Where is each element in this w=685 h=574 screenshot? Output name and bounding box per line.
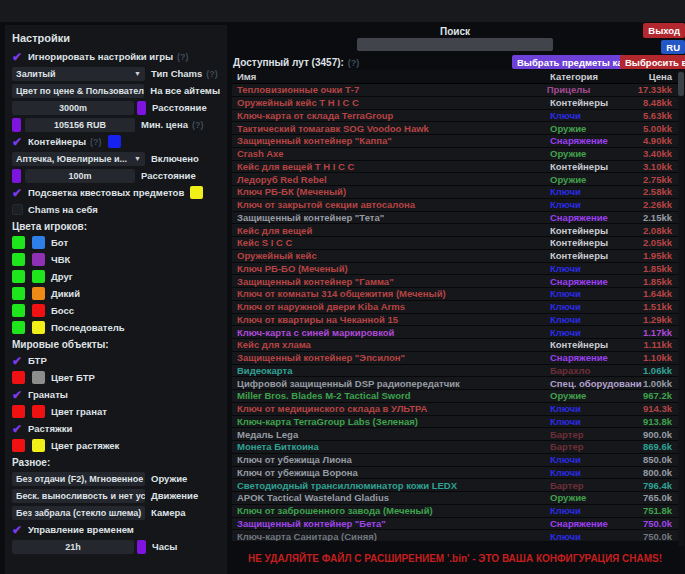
table-row[interactable]: Тактический томагавк SOG Voodoo HawkОруж…	[232, 122, 678, 135]
color-swatch-secondary[interactable]	[32, 321, 45, 334]
table-row[interactable]: Miller Bros. Blades M-2 Tactical SwordОр…	[232, 390, 678, 403]
table-row[interactable]: Защищенный контейнер "Гамма"Снаряжение1.…	[232, 275, 678, 288]
discard-all-button[interactable]: Выбросить все	[620, 55, 685, 69]
table-row[interactable]: Ледоруб Red RebelОружие2.75kk	[232, 173, 678, 186]
slider-swatch[interactable]	[12, 169, 21, 183]
color-swatch[interactable]	[108, 135, 121, 148]
color-swatch[interactable]	[190, 186, 203, 199]
dropdown-select[interactable]: Цвет по цене & Пользователь▼	[12, 84, 144, 98]
color-swatch-primary[interactable]	[12, 439, 25, 452]
item-category: Контейнеры	[550, 250, 642, 261]
value-input[interactable]: 105156 RUB	[25, 118, 135, 132]
item-category: Ключи	[550, 531, 642, 541]
table-row[interactable]: Ключ от убежища ЛионаКлючи850.0k	[232, 454, 678, 467]
slider-swatch[interactable]	[137, 101, 146, 115]
table-row[interactable]: Ключ РБ-БК (Меченый)Ключи2.58kk	[232, 186, 678, 199]
checkbox[interactable]: ✔	[12, 187, 26, 199]
table-row[interactable]: Кейс для хламаКонтейнеры1.11kk	[232, 339, 678, 352]
table-row[interactable]: Ключ-карта с синей маркировкойКлючи1.17k…	[232, 326, 678, 339]
color-swatch-secondary[interactable]	[32, 236, 45, 249]
table-row[interactable]: Ключ от наружной двери Kiba ArmsКлючи1.5…	[232, 301, 678, 314]
table-row[interactable]: Crash AxeОружие3.40kk	[232, 148, 678, 161]
table-row[interactable]: Ключ-карта Санитара (Синяя)Ключи750.0k	[232, 530, 678, 541]
color-swatch-primary[interactable]	[12, 405, 25, 418]
color-swatch-primary[interactable]	[12, 304, 25, 317]
item-price: 765.0k	[642, 492, 678, 503]
settings-rows: ✔Игнорировать настройки игры(?)Залитый▼Т…	[12, 48, 220, 555]
table-row[interactable]: Защищенный контейнер "Бета"Снаряжение750…	[232, 518, 678, 531]
table-row[interactable]: Ключ от убежища ВоронаКлючи800.0k	[232, 467, 678, 480]
color-swatch-primary[interactable]	[12, 371, 25, 384]
table-scrollbar[interactable]	[678, 70, 684, 546]
table-row[interactable]: Тепловизионные очки Т-7Прицелы17.33kk	[232, 84, 678, 97]
color-swatch-secondary[interactable]	[32, 304, 45, 317]
table-row[interactable]: Кейс для вещейКонтейнеры2.08kk	[232, 224, 678, 237]
color-swatch-secondary[interactable]	[32, 287, 45, 300]
table-row[interactable]: Кейс для вещей T H I C CКонтейнеры3.10kk	[232, 161, 678, 174]
dropdown-label: Включено	[151, 153, 199, 164]
color-swatch-secondary[interactable]	[32, 439, 45, 452]
item-price: 2.15kk	[642, 212, 678, 223]
color-swatch-secondary[interactable]	[32, 253, 45, 266]
value-input[interactable]: 3000m	[12, 101, 134, 115]
table-row[interactable]: Светодиодный трансиллюминатор кожи LEDXБ…	[232, 479, 678, 492]
color-swatch-primary[interactable]	[12, 321, 25, 334]
table-row[interactable]: ВидеокартаБарахло1.06kk	[232, 365, 678, 378]
checkbox[interactable]: ✔	[12, 423, 26, 435]
table-row[interactable]: Оружейный кейсКонтейнеры1.95kk	[232, 250, 678, 263]
value-input[interactable]: 100m	[25, 169, 135, 183]
color-swatch-secondary[interactable]	[32, 270, 45, 283]
dropdown-select[interactable]: Без отдачи (F2), Мгновенное п▼	[12, 472, 145, 486]
settings-section[interactable]: Разное:	[12, 454, 220, 470]
checkbox[interactable]: ✔	[12, 136, 26, 148]
table-row[interactable]: Защищенный контейнер "Каппа"Снаряжение4.…	[232, 135, 678, 148]
settings-section[interactable]: Цвета игроков:	[12, 218, 220, 234]
table-row[interactable]: Ключ от закрытой секции автосалонаКлючи2…	[232, 199, 678, 212]
table-row[interactable]: Медаль LegaБартер900.0k	[232, 428, 678, 441]
dropdown-select[interactable]: Залитый▼	[12, 67, 145, 81]
item-name: Ледоруб Red Rebel	[232, 174, 550, 185]
table-row[interactable]: Кейс S I C CКонтейнеры2.05kk	[232, 237, 678, 250]
slider-swatch[interactable]	[12, 118, 21, 132]
color-swatch-primary[interactable]	[12, 270, 25, 283]
item-name: Монета Биткоина	[232, 441, 550, 452]
table-row[interactable]: Защищенный контейнер "Эпсилон"Снаряжение…	[232, 352, 678, 365]
table-row[interactable]: Ключ от заброшенного завода (Меченый)Клю…	[232, 505, 678, 518]
language-button[interactable]: RU	[661, 40, 685, 54]
table-row[interactable]: Защищенный контейнер "Тета"Снаряжение2.1…	[232, 212, 678, 225]
color-swatch-primary[interactable]	[12, 253, 25, 266]
table-row[interactable]: Цифровой защищенный DSP радиопередатчикС…	[232, 377, 678, 390]
checkbox[interactable]	[12, 204, 26, 215]
color-swatch-primary[interactable]	[12, 236, 25, 249]
table-row[interactable]: Ключ РБ-БО (Меченый)Ключи1.85kk	[232, 263, 678, 276]
table-row[interactable]: Ключ от комнаты 314 общежития (Меченый)К…	[232, 288, 678, 301]
table-row[interactable]: Ключ от медицинского склада в УЛЬТРАКлюч…	[232, 403, 678, 416]
table-row[interactable]: Ключ-карта от склада TerraGroupКлючи5.63…	[232, 110, 678, 123]
checkbox-label: Chams на себя	[28, 204, 98, 215]
scrollbar-thumb[interactable]	[678, 72, 684, 96]
dropdown-select[interactable]: Без забрала (стекло шлема)▼	[12, 506, 145, 520]
slider-swatch[interactable]	[137, 540, 146, 554]
color-swatch-primary[interactable]	[12, 287, 25, 300]
item-category: Прицелы	[547, 84, 638, 95]
table-row[interactable]: Ключ-карта TerraGroup Labs (Зеленая)Ключ…	[232, 416, 678, 429]
item-name: Ключ от закрытой секции автосалона	[232, 199, 550, 210]
checkbox[interactable]: ✔	[12, 524, 26, 536]
color-swatch-secondary[interactable]	[32, 371, 45, 384]
exit-button[interactable]: Выход	[643, 23, 685, 38]
checkbox[interactable]: ✔	[12, 355, 26, 367]
input-row: 100mРасстояние	[12, 167, 220, 184]
checkbox[interactable]: ✔	[12, 51, 26, 63]
settings-section[interactable]: Мировые объекты:	[12, 336, 220, 352]
dropdown-select[interactable]: Беск. выносливость и нет уста▼	[12, 489, 145, 503]
table-row[interactable]: Монета БиткоинаБартер869.6k	[232, 441, 678, 454]
checkbox-label: Растяжки	[28, 423, 72, 434]
value-input[interactable]: 21h	[12, 540, 134, 554]
search-input[interactable]	[357, 38, 553, 51]
checkbox[interactable]: ✔	[12, 389, 26, 401]
color-swatch-secondary[interactable]	[32, 405, 45, 418]
dropdown-select[interactable]: Аптечка, Ювелирные и...▼	[12, 152, 145, 166]
table-row[interactable]: APOK Tactical Wasteland GladiusОружие765…	[232, 492, 678, 505]
table-row[interactable]: Оружейный кейс T H I C CКонтейнеры8.48kk	[232, 97, 678, 110]
table-row[interactable]: Ключ от квартиры на Чеканной 15Ключи1.29…	[232, 314, 678, 327]
